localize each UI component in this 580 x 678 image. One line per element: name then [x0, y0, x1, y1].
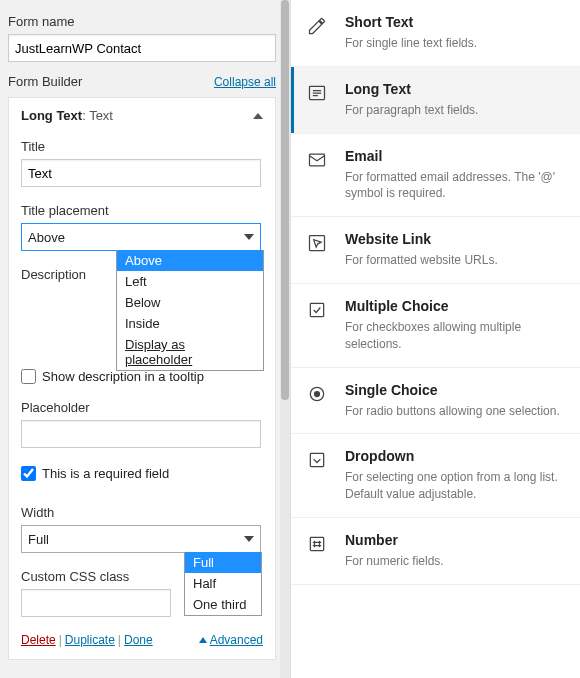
field-types-list: Short Text For single line text fields. …	[290, 0, 580, 678]
form-name-input[interactable]	[8, 34, 276, 62]
field-name: Single Choice	[345, 382, 560, 398]
arrow-up-icon	[199, 637, 207, 643]
title-placement-select[interactable]: Above	[21, 223, 261, 251]
field-name: Dropdown	[345, 448, 562, 464]
svg-point-5	[315, 391, 320, 396]
field-desc: For checkboxes allowing multiple selecti…	[345, 319, 562, 353]
option-placeholder[interactable]: Display as placeholder	[117, 334, 263, 370]
title-placement-label: Title placement	[21, 203, 263, 218]
title-input[interactable]	[21, 159, 261, 187]
hash-icon	[307, 534, 327, 554]
delete-link[interactable]: Delete	[21, 633, 56, 647]
field-type-multiple-choice[interactable]: Multiple Choice For checkboxes allowing …	[291, 284, 580, 368]
scrollbar-thumb[interactable]	[281, 0, 289, 400]
form-name-label: Form name	[8, 14, 276, 29]
show-tooltip-label: Show description in a tooltip	[42, 369, 204, 384]
panel-title: Long Text: Text	[21, 108, 113, 123]
field-type-number[interactable]: Number For numeric fields.	[291, 518, 580, 585]
placeholder-label: Placeholder	[21, 400, 263, 415]
width-dropdown: Full Half One third	[184, 552, 262, 616]
field-name: Multiple Choice	[345, 298, 562, 314]
svg-rect-6	[310, 454, 323, 467]
field-name: Short Text	[345, 14, 477, 30]
required-label: This is a required field	[42, 466, 169, 481]
chevron-up-icon[interactable]	[253, 113, 263, 119]
placeholder-input[interactable]	[21, 420, 261, 448]
field-desc: For selecting one option from a long lis…	[345, 469, 562, 503]
svg-rect-1	[310, 154, 325, 166]
field-type-long-text[interactable]: Long Text For paragraph text fields.	[291, 67, 580, 134]
show-tooltip-checkbox[interactable]	[21, 369, 36, 384]
field-name: Website Link	[345, 231, 498, 247]
option-one-third[interactable]: One third	[185, 594, 261, 615]
title-placement-dropdown: Above Left Below Inside Display as place…	[116, 250, 264, 371]
chevron-down-icon	[244, 536, 254, 542]
field-desc: For formatted website URLs.	[345, 252, 498, 269]
field-type-short-text[interactable]: Short Text For single line text fields.	[291, 0, 580, 67]
width-label: Width	[21, 505, 263, 520]
advanced-link[interactable]: Advanced	[199, 633, 263, 647]
field-name: Long Text	[345, 81, 478, 97]
duplicate-link[interactable]: Duplicate	[65, 633, 115, 647]
width-select[interactable]: Full	[21, 525, 261, 553]
form-builder-heading: Form Builder	[8, 74, 82, 89]
field-type-website-link[interactable]: Website Link For formatted website URLs.	[291, 217, 580, 284]
envelope-icon	[307, 150, 327, 170]
option-left[interactable]: Left	[117, 271, 263, 292]
form-builder-left: Form name Form Builder Collapse all Long…	[0, 0, 290, 678]
svg-rect-3	[310, 303, 323, 316]
done-link[interactable]: Done	[124, 633, 153, 647]
pencil-icon	[307, 16, 327, 36]
field-settings-panel: Long Text: Text Title Title placement Ab…	[8, 97, 276, 660]
checkbox-icon	[307, 300, 327, 320]
left-scrollbar[interactable]	[280, 0, 290, 678]
svg-rect-2	[310, 236, 325, 251]
field-desc: For paragraph text fields.	[345, 102, 478, 119]
required-checkbox[interactable]	[21, 466, 36, 481]
field-type-dropdown[interactable]: Dropdown For selecting one option from a…	[291, 434, 580, 518]
option-inside[interactable]: Inside	[117, 313, 263, 334]
paragraph-icon	[307, 83, 327, 103]
field-type-email[interactable]: Email For formatted email addresses. The…	[291, 134, 580, 218]
radio-icon	[307, 384, 327, 404]
field-desc: For single line text fields.	[345, 35, 477, 52]
field-type-single-choice[interactable]: Single Choice For radio buttons allowing…	[291, 368, 580, 435]
field-desc: For numeric fields.	[345, 553, 444, 570]
field-name: Email	[345, 148, 562, 164]
title-label: Title	[21, 139, 263, 154]
option-below[interactable]: Below	[117, 292, 263, 313]
cursor-icon	[307, 233, 327, 253]
chevron-down-icon	[244, 234, 254, 240]
option-above[interactable]: Above	[117, 250, 263, 271]
option-full[interactable]: Full	[185, 552, 261, 573]
field-desc: For formatted email addresses. The '@' s…	[345, 169, 562, 203]
dropdown-icon	[307, 450, 327, 470]
field-name: Number	[345, 532, 444, 548]
collapse-all-link[interactable]: Collapse all	[214, 75, 276, 89]
option-half[interactable]: Half	[185, 573, 261, 594]
svg-rect-7	[310, 537, 323, 550]
field-desc: For radio buttons allowing one selection…	[345, 403, 560, 420]
css-class-input[interactable]	[21, 589, 171, 617]
